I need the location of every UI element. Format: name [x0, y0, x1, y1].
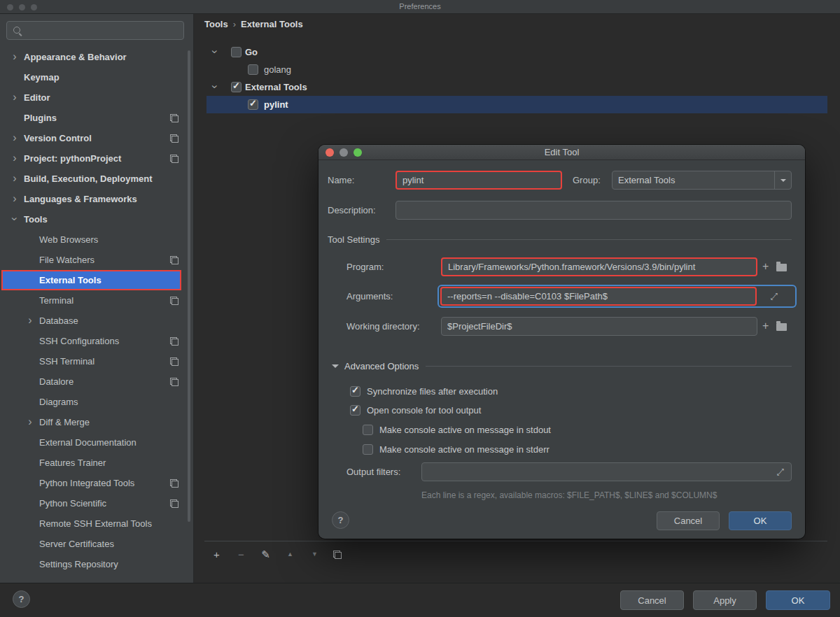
tree-row-golang[interactable]: golang — [195, 61, 840, 78]
console-stderr-checkbox[interactable] — [363, 444, 373, 455]
group-select[interactable]: External Tools — [612, 171, 792, 190]
expand-field-icon[interactable] — [776, 467, 785, 477]
sidebar-scrollbar[interactable] — [188, 50, 190, 522]
expand-field-icon[interactable] — [769, 292, 779, 302]
console-stdout-option[interactable]: Make console active on message in stdout — [328, 422, 551, 437]
sidebar-item-languages-frameworks[interactable]: Languages & Frameworks — [0, 189, 193, 209]
sidebar-item-tools[interactable]: Tools — [0, 209, 193, 229]
golang-checkbox[interactable] — [248, 64, 258, 75]
sidebar-item-python-scientific[interactable]: Python Scientific — [0, 493, 193, 513]
working-directory-value: $ProjectFileDir$ — [447, 321, 512, 332]
settings-search-box[interactable] — [6, 21, 184, 40]
sidebar-item-python-integrated-tools[interactable]: Python Integrated Tools — [0, 473, 193, 493]
sidebar-item-database[interactable]: Database — [0, 311, 193, 331]
chevron-right-icon[interactable] — [11, 173, 18, 184]
chevron-right-icon[interactable] — [11, 193, 18, 204]
pylint-checkbox[interactable] — [248, 99, 258, 110]
apply-button[interactable]: Apply — [693, 590, 757, 610]
search-input[interactable] — [26, 22, 183, 39]
sidebar-item-diff-merge[interactable]: Diff & Merge — [0, 412, 193, 432]
edit-tool-button[interactable]: ✎ — [260, 549, 272, 560]
tree-row-pylint[interactable]: pylint — [195, 96, 840, 113]
ok-button[interactable]: OK — [766, 590, 830, 610]
remove-tool-button[interactable]: − — [235, 549, 247, 560]
sidebar-item-file-watchers[interactable]: File Watchers — [0, 250, 193, 270]
chevron-right-icon[interactable] — [27, 315, 34, 326]
open-console-option[interactable]: Open console for tool output — [328, 402, 481, 418]
collapse-triangle-icon[interactable] — [332, 364, 339, 371]
dialog-ok-button[interactable]: OK — [729, 511, 792, 530]
insert-macro-icon[interactable]: + — [762, 321, 769, 331]
duplicate-tool-button[interactable] — [333, 551, 342, 559]
sidebar-item-label: Python Scientific — [39, 498, 106, 509]
sidebar-item-terminal[interactable]: Terminal — [0, 290, 193, 311]
sidebar-item-ssh-terminal[interactable]: SSH Terminal — [0, 351, 193, 371]
sidebar-item-datalore[interactable]: Datalore — [0, 371, 193, 392]
chevron-down-icon[interactable] — [209, 48, 220, 55]
sidebar-item-server-certificates[interactable]: Server Certificates — [0, 534, 193, 554]
sidebar-item-editor[interactable]: Editor — [0, 87, 193, 108]
sidebar-item-external-tools[interactable]: External Tools — [0, 270, 193, 290]
browse-folder-icon[interactable] — [776, 264, 787, 271]
chevron-right-icon[interactable] — [11, 51, 18, 62]
chevron-right-icon[interactable] — [11, 132, 18, 143]
sidebar-item-web-browsers[interactable]: Web Browsers — [0, 229, 193, 250]
description-field[interactable] — [396, 201, 792, 220]
sidebar-item-external-documentation[interactable]: External Documentation — [0, 432, 193, 453]
move-up-button[interactable]: ▲ — [284, 551, 296, 558]
advanced-options-section[interactable]: Advanced Options — [328, 360, 792, 372]
name-field[interactable]: pylint — [396, 171, 562, 190]
sidebar-item-version-control[interactable]: Version Control — [0, 128, 193, 148]
sync-files-option[interactable]: Synchronize files after execution — [328, 383, 498, 399]
description-label: Description: — [328, 205, 376, 215]
sidebar-item-keymap[interactable]: Keymap — [0, 67, 193, 87]
breadcrumb-section[interactable]: Tools — [204, 19, 228, 29]
help-button[interactable]: ? — [13, 590, 30, 608]
sidebar-item-appearance-behavior[interactable]: Appearance & Behavior — [0, 47, 193, 67]
sidebar-item-features-trainer[interactable]: Features Trainer — [0, 453, 193, 473]
tree-row-external-tools[interactable]: External Tools — [195, 78, 840, 96]
go-checkbox[interactable] — [231, 47, 241, 57]
dialog-title: Edit Tool — [318, 145, 805, 160]
arguments-field[interactable]: --reports=n --disable=C0103 $FilePath$ — [440, 287, 757, 306]
dialog-cancel-button[interactable]: Cancel — [657, 511, 720, 530]
working-directory-field[interactable]: $ProjectFileDir$ — [441, 317, 757, 336]
sidebar-item-plugins[interactable]: Plugins — [0, 108, 193, 128]
chevron-down-icon[interactable] — [9, 215, 20, 222]
sidebar-item-project-pythonproject[interactable]: Project: pythonProject — [0, 148, 193, 169]
section-divider — [426, 366, 792, 367]
cancel-button[interactable]: Cancel — [620, 590, 684, 610]
zoom-dialog-icon[interactable] — [354, 148, 362, 157]
sidebar-item-label: Version Control — [24, 133, 92, 143]
sidebar-item-remote-ssh-external-tools[interactable]: Remote SSH External Tools — [0, 513, 193, 534]
open-console-checkbox[interactable] — [350, 405, 360, 416]
external-tools-checkbox[interactable] — [231, 82, 241, 92]
combo-dropdown-icon[interactable] — [774, 171, 791, 189]
console-stdout-checkbox[interactable] — [363, 425, 373, 435]
sidebar-item-settings-repository[interactable]: Settings Repository — [0, 554, 193, 574]
browse-folder-icon[interactable] — [776, 323, 787, 331]
sync-files-checkbox[interactable] — [350, 386, 360, 397]
breadcrumb-page: External Tools — [241, 19, 303, 29]
close-dialog-icon[interactable] — [326, 148, 334, 157]
output-filters-hint: Each line is a regex, available macros: … — [421, 490, 717, 500]
insert-macro-icon[interactable]: + — [762, 262, 769, 271]
chevron-right-icon[interactable] — [27, 416, 34, 427]
add-tool-button[interactable]: + — [211, 549, 223, 560]
output-filters-field[interactable] — [421, 462, 792, 481]
tree-row-go[interactable]: Go — [195, 43, 840, 61]
arguments-focus-ring: --reports=n --disable=C0103 $FilePath$ — [438, 285, 797, 308]
dialog-help-button[interactable]: ? — [332, 511, 349, 529]
chevron-right-icon[interactable] — [11, 92, 18, 103]
sidebar-item-diagrams[interactable]: Diagrams — [0, 392, 193, 412]
chevron-down-icon[interactable] — [209, 83, 220, 90]
minimize-dialog-icon[interactable] — [340, 148, 348, 157]
advanced-options-header[interactable]: Advanced Options — [344, 361, 419, 371]
working-directory-row: Working directory: $ProjectFileDir$ + — [328, 317, 792, 336]
sidebar-item-ssh-configurations[interactable]: SSH Configurations — [0, 331, 193, 351]
move-down-button[interactable]: ▼ — [309, 551, 321, 558]
program-field[interactable]: Library/Frameworks/Python.framework/Vers… — [441, 257, 757, 276]
sidebar-item-build-execution-deployment[interactable]: Build, Execution, Deployment — [0, 169, 193, 189]
chevron-right-icon[interactable] — [11, 153, 18, 164]
console-stderr-option[interactable]: Make console active on message in stderr — [328, 441, 550, 457]
